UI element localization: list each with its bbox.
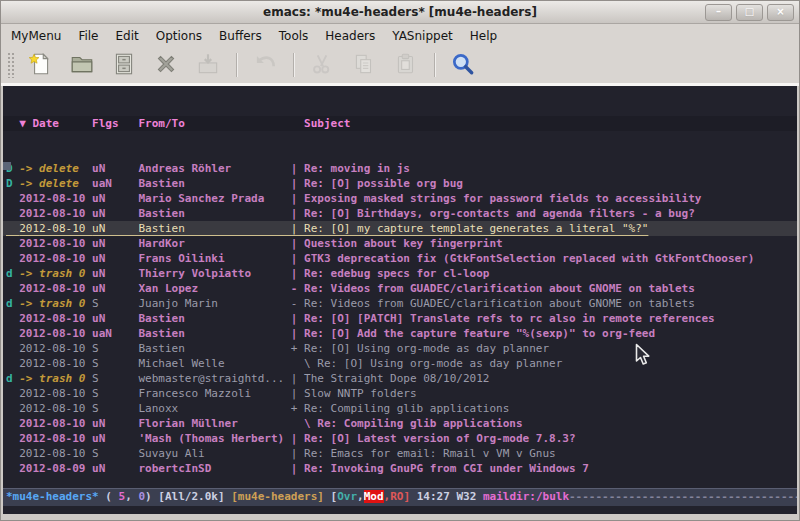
- menu-item-file[interactable]: File: [78, 29, 98, 43]
- message-row[interactable]: d -> trash 0 S Juanjo Marin - Re: Videos…: [3, 296, 797, 311]
- message-row[interactable]: 2012-08-10 uaN Bastien | Re: [O] Add the…: [3, 326, 797, 341]
- toolbar-close-x-button[interactable]: [145, 50, 187, 80]
- open-folder-icon: [69, 51, 95, 80]
- toolbar-open-folder-button[interactable]: [61, 50, 103, 80]
- paste-icon: [393, 51, 419, 80]
- modeline-segment: ,RO]: [384, 490, 411, 503]
- message-list: D -> delete uN Andreas Röhler | Re: movi…: [3, 161, 797, 476]
- modeline-segment: maildir:/bulk: [483, 490, 569, 503]
- menu-item-tools[interactable]: Tools: [279, 29, 309, 43]
- modeline-segment: (: [99, 490, 119, 503]
- window-controls: –□×: [705, 4, 794, 21]
- toolbar-copy-button: [343, 50, 385, 80]
- message-row[interactable]: 2012-08-10 S Francesco Mazzoli | Slow NN…: [3, 386, 797, 401]
- save-icon: [195, 51, 221, 80]
- close-button[interactable]: ×: [767, 4, 794, 21]
- message-row[interactable]: 2012-08-10 S Bastien + Re: [O] Using org…: [3, 341, 797, 356]
- file-cabinet-icon: [111, 51, 137, 80]
- menu-item-help[interactable]: Help: [470, 29, 497, 43]
- toolbar-file-cabinet-button[interactable]: [103, 50, 145, 80]
- toolbar-separator: [434, 53, 435, 77]
- tool-bar: [1, 47, 799, 83]
- window-title: emacs: *mu4e-headers* [mu4e-headers]: [263, 5, 537, 19]
- echo-area[interactable]: [3, 506, 797, 514]
- modeline-segment: 14:27 W32: [410, 490, 483, 503]
- message-row[interactable]: 2012-08-10 uN Mario Sanchez Prada | Expo…: [3, 191, 797, 206]
- toolbar-separator: [236, 53, 237, 77]
- undo-icon: [252, 51, 278, 80]
- cut-icon: [309, 51, 335, 80]
- modeline-segment: [All/2.0k]: [158, 490, 231, 503]
- modeline-segment: Mod: [364, 490, 384, 503]
- search-icon: [450, 51, 476, 80]
- message-row[interactable]: 2012-08-10 uN Xan Lopez - Re: Videos fro…: [3, 281, 797, 296]
- message-row[interactable]: d -> trash 0 uN Thierry Volpiatto | Re: …: [3, 266, 797, 281]
- mode-line[interactable]: *mu4e-headers* ( 5, 0) [All/2.0k] [mu4e-…: [3, 488, 797, 506]
- modeline-segment: *mu4e-headers*: [6, 490, 99, 503]
- message-row[interactable]: d -> trash 0 S webmaster@straightd... | …: [3, 371, 797, 386]
- modeline-segment: [mu4e-headers]: [231, 490, 330, 503]
- toolbar-undo-button: [244, 50, 286, 80]
- modeline-segment: ----------------------------------------: [569, 490, 797, 503]
- message-row[interactable]: 2012-08-10 uN Florian Müllner \ Re: Comp…: [3, 416, 797, 431]
- close-x-icon: [153, 51, 179, 80]
- menu-item-edit[interactable]: Edit: [116, 29, 139, 43]
- message-row[interactable]: 2012-08-09 uN robertcInSD | Re: Invoking…: [3, 461, 797, 476]
- toolbar-save-button: [187, 50, 229, 80]
- toolbar-search-button[interactable]: [442, 50, 484, 80]
- menu-item-options[interactable]: Options: [156, 29, 202, 43]
- modeline-segment: ): [145, 490, 158, 503]
- title-bar[interactable]: emacs: *mu4e-headers* [mu4e-headers] –□×: [1, 1, 799, 24]
- mouse-cursor: [635, 343, 652, 367]
- menu-bar: MyMenuFileEditOptionsBuffersToolsHeaders…: [1, 24, 799, 47]
- message-row[interactable]: 2012-08-10 S Suvayu Ali | Re: Emacs for …: [3, 446, 797, 461]
- toolbar-drag-handle[interactable]: [7, 52, 15, 78]
- toolbar-new-file-button[interactable]: [19, 50, 61, 80]
- message-row[interactable]: 2012-08-10 uN Frans Oilinki | GTK3 depre…: [3, 251, 797, 266]
- menu-item-headers[interactable]: Headers: [325, 29, 375, 43]
- scrollbar-thumb[interactable]: [3, 162, 11, 170]
- copy-icon: [351, 51, 377, 80]
- modeline-segment: Ovr: [337, 490, 357, 503]
- modeline-segment: ,: [357, 490, 364, 503]
- message-row[interactable]: D -> delete uaN Bastien | Re: [O] possib…: [3, 176, 797, 191]
- message-row[interactable]: 2012-08-10 S Michael Welle \ Re: [O] Usi…: [3, 356, 797, 371]
- message-row[interactable]: 2012-08-10 uN Bastien | Re: [O] Birthday…: [3, 206, 797, 221]
- message-row[interactable]: 2012-08-10 uN Bastien | Re: [O] [PATCH] …: [3, 311, 797, 326]
- menu-item-buffers[interactable]: Buffers: [219, 29, 262, 43]
- message-row[interactable]: D -> delete uN Andreas Röhler | Re: movi…: [3, 161, 797, 176]
- minimize-button[interactable]: –: [705, 4, 732, 21]
- toolbar-separator: [293, 53, 294, 77]
- toolbar-paste-button: [385, 50, 427, 80]
- frame-body: ▼ Date Flgs From/To Subject D -> delete …: [1, 86, 799, 520]
- emacs-window: emacs: *mu4e-headers* [mu4e-headers] –□×…: [0, 0, 800, 521]
- message-row[interactable]: 2012-08-10 uN HardKor | Question about k…: [3, 236, 797, 251]
- menu-item-mymenu[interactable]: MyMenu: [11, 29, 61, 43]
- message-row[interactable]: 2012-08-10 uN Bastien | Re: [O] my captu…: [3, 221, 797, 236]
- headers-column-header[interactable]: ▼ Date Flgs From/To Subject: [3, 116, 797, 131]
- toolbar-cut-button: [301, 50, 343, 80]
- menu-item-yasnippet[interactable]: YASnippet: [392, 29, 453, 43]
- new-file-icon: [27, 51, 53, 80]
- message-row[interactable]: 2012-08-10 uN 'Mash (Thomas Herbert) | R…: [3, 431, 797, 446]
- maximize-button[interactable]: □: [736, 4, 763, 21]
- message-row[interactable]: 2012-08-10 S Lanoxx + Re: Compiling glib…: [3, 401, 797, 416]
- mu4e-headers-buffer: ▼ Date Flgs From/To Subject D -> delete …: [3, 86, 797, 488]
- modeline-segment: ,: [125, 490, 138, 503]
